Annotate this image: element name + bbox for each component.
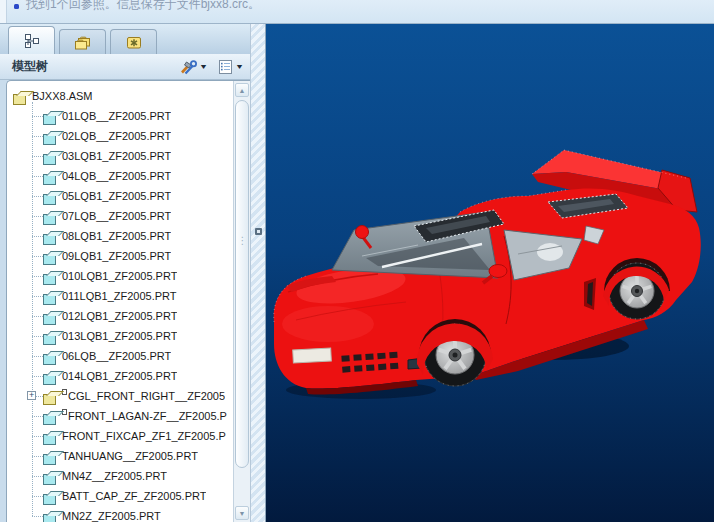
tree-node[interactable]: 02LQB__ZF2005.PRT — [43, 126, 233, 146]
part-icon — [43, 190, 58, 203]
hammer-wrench-icon — [179, 59, 197, 75]
folder-asterisk-icon — [126, 35, 142, 50]
dropdown-caret-icon: ▼ — [235, 63, 244, 70]
part-icon — [43, 490, 58, 503]
part-icon — [43, 450, 58, 463]
tree-node[interactable]: 09LQB1_ZF2005.PRT — [43, 246, 233, 266]
part-icon — [43, 350, 58, 363]
navigator-tab-bar — [0, 24, 250, 54]
license-plate — [293, 348, 332, 363]
tab-favorites[interactable] — [110, 29, 157, 54]
part-icon — [43, 410, 58, 423]
message-text: 找到1个回参照。信息保存于文件bjxx8.crc。 — [26, 0, 260, 12]
panel-title: 模型树 — [12, 58, 171, 75]
tree-node[interactable]: 013LQB1_ZF2005.PRT — [43, 326, 233, 346]
assembly-icon — [13, 90, 28, 103]
expand-plus-icon[interactable] — [27, 391, 36, 400]
message-bar: 找到1个回参照。信息保存于文件bjxx8.crc。 — [0, 0, 714, 24]
dropdown-caret-icon: ▼ — [199, 63, 208, 70]
scroll-up-button[interactable]: ▲ — [235, 83, 249, 97]
tree-node[interactable]: CGL_FRONT_RIGHT__ZF2005 — [43, 386, 233, 406]
tree-node[interactable]: MN2Z_ZF2005.PRT — [43, 506, 233, 522]
tree-node[interactable]: 06LQB__ZF2005.PRT — [43, 346, 233, 366]
part-icon — [43, 150, 58, 163]
splitter-handle-icon[interactable] — [255, 228, 262, 235]
tree-node[interactable]: 014LQB1_ZF2005.PRT — [43, 366, 233, 386]
model-tree-container: BJXX8.ASM 01LQB__ZF2005.PRT 02LQB__ZF200… — [6, 80, 250, 522]
tree-settings-button[interactable]: ▼ — [176, 58, 210, 76]
tree-node[interactable]: 01LQB__ZF2005.PRT — [43, 106, 233, 126]
part-icon — [43, 470, 58, 483]
tree-show-button[interactable]: ▼ — [215, 58, 246, 76]
part-icon — [43, 330, 58, 343]
tree-node[interactable]: 011LQB1_ZF2005.PRT — [43, 286, 233, 306]
message-bar-left-strip — [0, 0, 7, 23]
navigator-panel: 模型树 ▼ — [0, 24, 250, 522]
tree-node[interactable]: MN4Z__ZF2005.PRT — [43, 466, 233, 486]
scrollbar-thumb[interactable] — [235, 100, 249, 468]
part-icon — [43, 230, 58, 243]
part-icon — [43, 130, 58, 143]
tree-node[interactable]: 04LQB__ZF2005.PRT — [43, 166, 233, 186]
part-icon — [43, 510, 58, 522]
part-icon — [43, 270, 58, 283]
message-bullet-icon — [14, 4, 19, 9]
tree-children: 01LQB__ZF2005.PRT 02LQB__ZF2005.PRT 03LQ… — [13, 106, 233, 522]
list-page-icon — [218, 59, 233, 75]
application-window: 找到1个回参照。信息保存于文件bjxx8.crc。 — [0, 0, 714, 522]
stacked-folders-icon — [74, 35, 92, 50]
part-icon — [43, 310, 58, 323]
tree-node[interactable]: FRONT_FIXCAP_ZF1_ZF2005.P — [43, 426, 233, 446]
tree-node[interactable]: 010LQB1_ZF2005.PRT — [43, 266, 233, 286]
part-icon — [43, 210, 58, 223]
panel-splitter[interactable] — [250, 24, 266, 522]
graphics-viewport[interactable] — [266, 24, 714, 522]
tree-structure-icon — [24, 33, 40, 49]
tree-node-root[interactable]: BJXX8.ASM — [13, 86, 233, 106]
tree-node[interactable]: 03LQB1_ZF2005.PRT — [43, 146, 233, 166]
part-icon — [43, 290, 58, 303]
tree-node[interactable]: 07LQB__ZF2005.PRT — [43, 206, 233, 226]
tab-folder-browser[interactable] — [59, 29, 106, 54]
assembly-icon — [43, 390, 58, 403]
tree-node[interactable]: FRONT_LAGAN-ZF__ZF2005.P — [43, 406, 233, 426]
tree-node[interactable]: 08LQB1_ZF2005.PRT — [43, 226, 233, 246]
tree-node[interactable]: TANHUANG__ZF2005.PRT — [43, 446, 233, 466]
tree-node[interactable]: 012LQB1_ZF2005.PRT — [43, 306, 233, 326]
scroll-down-button[interactable]: ▼ — [235, 506, 249, 520]
part-icon — [43, 110, 58, 123]
model-tree: BJXX8.ASM 01LQB__ZF2005.PRT 02LQB__ZF200… — [7, 81, 233, 522]
model-tree-header: 模型树 ▼ — [0, 54, 250, 80]
tree-node[interactable]: BATT_CAP_ZF_ZF2005.PRT — [43, 486, 233, 506]
car-3d-model — [266, 24, 714, 522]
part-icon — [43, 250, 58, 263]
part-icon — [43, 170, 58, 183]
part-icon — [43, 430, 58, 443]
part-icon — [43, 370, 58, 383]
tree-node[interactable]: 05LQB1_ZF2005.PRT — [43, 186, 233, 206]
tab-model-tree[interactable] — [8, 26, 55, 54]
tree-scrollbar[interactable]: ▲ ▼ — [233, 81, 250, 522]
